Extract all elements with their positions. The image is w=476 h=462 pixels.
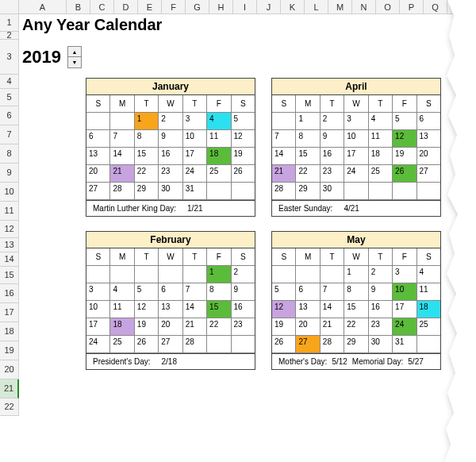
year-spinner[interactable]: ▲ ▼ [67, 46, 82, 68]
select-all-corner[interactable] [0, 0, 19, 13]
day-cell[interactable]: 29 [344, 336, 368, 353]
day-cell[interactable]: 18 [207, 148, 231, 165]
spinner-down-icon[interactable]: ▼ [68, 57, 81, 67]
day-cell[interactable]: 1 [207, 266, 231, 283]
column-header[interactable]: P [400, 0, 424, 13]
column-header[interactable]: M [328, 0, 352, 13]
day-cell[interactable] [417, 336, 440, 353]
day-cell[interactable]: 12 [393, 130, 416, 148]
day-cell[interactable] [296, 266, 320, 283]
day-cell[interactable]: 25 [207, 165, 231, 183]
day-cell[interactable]: 17 [344, 148, 368, 165]
day-cell[interactable]: 29 [296, 183, 320, 200]
day-cell[interactable] [232, 336, 255, 353]
day-cell[interactable]: 28 [110, 183, 134, 200]
day-cell[interactable]: 15 [207, 301, 231, 318]
day-cell[interactable]: 20 [296, 318, 320, 336]
day-cell[interactable]: 17 [86, 318, 110, 336]
day-cell[interactable] [159, 266, 182, 283]
day-cell[interactable]: 19 [272, 318, 296, 336]
column-header[interactable]: G [186, 0, 209, 13]
day-cell[interactable]: 3 [86, 283, 110, 301]
day-cell[interactable]: 6 [296, 283, 320, 301]
day-cell[interactable]: 10 [393, 283, 416, 301]
day-cell[interactable]: 27 [86, 183, 110, 200]
day-cell[interactable]: 12 [272, 301, 296, 318]
column-header[interactable]: B [67, 0, 90, 13]
column-header[interactable]: E [138, 0, 162, 13]
day-cell[interactable] [86, 113, 110, 130]
day-cell[interactable]: 28 [272, 183, 296, 200]
day-cell[interactable]: 31 [183, 183, 207, 200]
column-header[interactable]: L [305, 0, 328, 13]
day-cell[interactable]: 24 [393, 318, 416, 336]
row-header[interactable]: 17 [0, 303, 19, 322]
day-cell[interactable]: 5 [393, 113, 416, 130]
day-cell[interactable] [183, 266, 207, 283]
row-header[interactable]: 7 [0, 125, 19, 144]
day-cell[interactable]: 3 [393, 266, 416, 283]
day-cell[interactable]: 22 [344, 318, 368, 336]
day-cell[interactable]: 17 [183, 148, 207, 165]
day-cell[interactable] [110, 113, 134, 130]
day-cell[interactable] [110, 266, 134, 283]
day-cell[interactable]: 17 [393, 301, 416, 318]
column-header[interactable]: F [162, 0, 186, 13]
day-cell[interactable]: 10 [183, 130, 207, 148]
day-cell[interactable] [344, 183, 368, 200]
day-cell[interactable]: 23 [321, 165, 344, 183]
day-cell[interactable]: 4 [369, 113, 393, 130]
day-cell[interactable] [135, 266, 159, 283]
day-cell[interactable]: 14 [110, 148, 134, 165]
day-cell[interactable]: 7 [183, 283, 207, 301]
day-cell[interactable]: 3 [344, 113, 368, 130]
day-cell[interactable]: 24 [344, 165, 368, 183]
day-cell[interactable]: 11 [417, 283, 440, 301]
day-cell[interactable]: 30 [369, 336, 393, 353]
day-cell[interactable]: 15 [344, 301, 368, 318]
row-header[interactable]: 20 [0, 360, 19, 379]
day-cell[interactable]: 27 [296, 336, 320, 353]
day-cell[interactable] [321, 266, 344, 283]
day-cell[interactable]: 19 [393, 148, 416, 165]
column-header[interactable]: H [209, 0, 233, 13]
column-header[interactable]: O [376, 0, 400, 13]
row-header[interactable]: 10 [0, 183, 19, 202]
spinner-up-icon[interactable]: ▲ [68, 47, 81, 57]
day-cell[interactable]: 8 [207, 283, 231, 301]
day-cell[interactable]: 21 [272, 165, 296, 183]
day-cell[interactable]: 9 [159, 130, 182, 148]
day-cell[interactable]: 22 [207, 318, 231, 336]
day-cell[interactable]: 31 [393, 336, 416, 353]
day-cell[interactable]: 22 [296, 165, 320, 183]
column-header[interactable]: R [447, 0, 471, 13]
row-header[interactable]: 19 [0, 341, 19, 360]
row-header[interactable]: 4 [0, 75, 19, 89]
row-header[interactable]: 14 [0, 252, 19, 267]
day-cell[interactable]: 2 [321, 113, 344, 130]
day-cell[interactable]: 13 [86, 148, 110, 165]
day-cell[interactable] [232, 183, 255, 200]
day-cell[interactable]: 25 [417, 318, 440, 336]
row-header[interactable]: 1 [0, 14, 19, 32]
day-cell[interactable]: 9 [321, 130, 344, 148]
day-cell[interactable]: 7 [272, 130, 296, 148]
column-header[interactable]: C [90, 0, 114, 13]
row-header[interactable]: 3 [0, 40, 19, 75]
day-cell[interactable] [207, 336, 231, 353]
day-cell[interactable]: 27 [417, 165, 440, 183]
column-header[interactable]: J [257, 0, 281, 13]
column-header[interactable]: I [233, 0, 257, 13]
row-header[interactable]: 18 [0, 322, 19, 341]
day-cell[interactable]: 10 [86, 301, 110, 318]
day-cell[interactable]: 23 [232, 318, 255, 336]
row-header[interactable]: 16 [0, 284, 19, 303]
day-cell[interactable]: 16 [369, 301, 393, 318]
column-header[interactable]: N [352, 0, 376, 13]
row-header[interactable]: 15 [0, 267, 19, 284]
day-cell[interactable]: 14 [321, 301, 344, 318]
day-cell[interactable]: 14 [183, 301, 207, 318]
day-cell[interactable]: 23 [159, 165, 182, 183]
day-cell[interactable]: 3 [183, 113, 207, 130]
day-cell[interactable] [369, 183, 393, 200]
